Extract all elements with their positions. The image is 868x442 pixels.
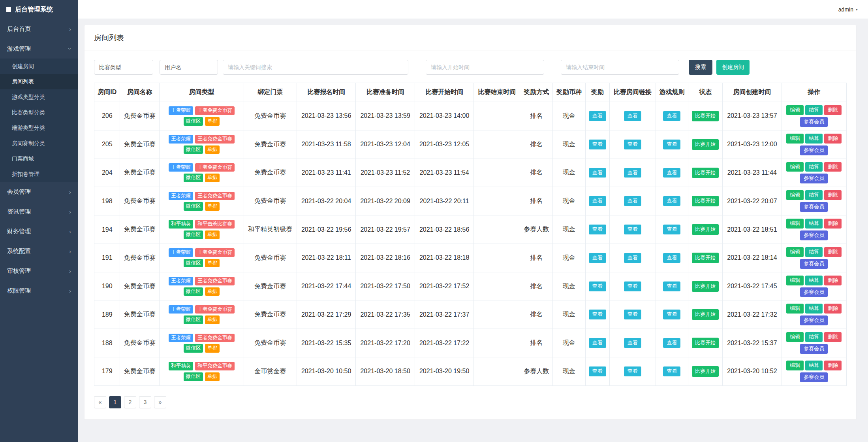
members-button[interactable]: 参赛会员 bbox=[800, 287, 828, 297]
sidebar-item[interactable]: 审核管理› bbox=[0, 261, 78, 281]
members-button[interactable]: 参赛会员 bbox=[800, 230, 828, 240]
keyword-input[interactable] bbox=[223, 60, 408, 75]
settle-button[interactable]: 结算 bbox=[805, 332, 823, 342]
game-rules-view-button[interactable]: 查看 bbox=[663, 225, 680, 234]
sidebar-subitem[interactable]: 端游类型分类 bbox=[0, 120, 78, 136]
delete-button[interactable]: 删除 bbox=[824, 304, 842, 314]
sidebar-item[interactable]: 财务管理› bbox=[0, 221, 78, 241]
sidebar-item[interactable]: 权限管理› bbox=[0, 281, 78, 300]
members-button[interactable]: 参赛会员 bbox=[800, 344, 828, 354]
status-badge[interactable]: 比赛开始 bbox=[692, 366, 719, 377]
members-button[interactable]: 参赛会员 bbox=[800, 315, 828, 325]
settle-button[interactable]: 结算 bbox=[805, 219, 823, 229]
settle-button[interactable]: 结算 bbox=[805, 134, 823, 144]
sidebar-item[interactable]: 后台首页› bbox=[0, 19, 78, 39]
create-room-button[interactable]: 创建房间 bbox=[716, 60, 750, 75]
search-button[interactable]: 搜索 bbox=[689, 60, 712, 75]
reward-view-button[interactable]: 查看 bbox=[589, 310, 606, 319]
delete-button[interactable]: 删除 bbox=[824, 134, 842, 144]
end-time-input[interactable] bbox=[561, 60, 679, 75]
room-link-view-button[interactable]: 查看 bbox=[624, 281, 641, 291]
edit-button[interactable]: 编辑 bbox=[786, 219, 804, 229]
match-type-select[interactable]: 比赛类型 bbox=[94, 60, 153, 75]
edit-button[interactable]: 编辑 bbox=[786, 361, 804, 370]
pagination-prev[interactable]: « bbox=[94, 396, 106, 408]
members-button[interactable]: 参赛会员 bbox=[800, 117, 828, 127]
edit-button[interactable]: 编辑 bbox=[786, 190, 804, 200]
reward-view-button[interactable]: 查看 bbox=[589, 281, 606, 291]
game-rules-view-button[interactable]: 查看 bbox=[663, 281, 680, 291]
pagination-page-1[interactable]: 1 bbox=[109, 396, 121, 408]
settle-button[interactable]: 结算 bbox=[805, 304, 823, 314]
username-select[interactable]: 用户名 bbox=[160, 60, 218, 75]
delete-button[interactable]: 删除 bbox=[824, 361, 842, 370]
edit-button[interactable]: 编辑 bbox=[786, 332, 804, 342]
delete-button[interactable]: 删除 bbox=[824, 190, 842, 200]
room-link-view-button[interactable]: 查看 bbox=[624, 196, 641, 206]
settle-button[interactable]: 结算 bbox=[805, 276, 823, 285]
status-badge[interactable]: 比赛开始 bbox=[692, 196, 719, 206]
edit-button[interactable]: 编辑 bbox=[786, 304, 804, 314]
sidebar-item[interactable]: 会员管理› bbox=[0, 182, 78, 202]
delete-button[interactable]: 删除 bbox=[824, 105, 842, 115]
room-link-view-button[interactable]: 查看 bbox=[624, 225, 641, 234]
room-link-view-button[interactable]: 查看 bbox=[624, 140, 641, 149]
game-rules-view-button[interactable]: 查看 bbox=[663, 253, 680, 263]
reward-view-button[interactable]: 查看 bbox=[589, 225, 606, 234]
room-link-view-button[interactable]: 查看 bbox=[624, 111, 641, 121]
reward-view-button[interactable]: 查看 bbox=[589, 366, 606, 376]
delete-button[interactable]: 删除 bbox=[824, 332, 842, 342]
pagination-page-2[interactable]: 2 bbox=[124, 396, 136, 408]
edit-button[interactable]: 编辑 bbox=[786, 105, 804, 115]
status-badge[interactable]: 比赛开始 bbox=[692, 309, 719, 320]
user-menu[interactable]: admin ▾ bbox=[838, 6, 858, 13]
settle-button[interactable]: 结算 bbox=[805, 190, 823, 200]
edit-button[interactable]: 编辑 bbox=[786, 276, 804, 285]
settle-button[interactable]: 结算 bbox=[805, 247, 823, 257]
edit-button[interactable]: 编辑 bbox=[786, 134, 804, 144]
members-button[interactable]: 参赛会员 bbox=[800, 372, 828, 382]
game-rules-view-button[interactable]: 查看 bbox=[663, 168, 680, 178]
reward-view-button[interactable]: 查看 bbox=[589, 111, 606, 121]
sidebar-item[interactable]: 资讯管理› bbox=[0, 202, 78, 221]
start-time-input[interactable] bbox=[426, 60, 544, 75]
delete-button[interactable]: 删除 bbox=[824, 162, 842, 172]
sidebar-subitem[interactable]: 创建房间 bbox=[0, 59, 78, 74]
delete-button[interactable]: 删除 bbox=[824, 247, 842, 257]
reward-view-button[interactable]: 查看 bbox=[589, 140, 606, 149]
status-badge[interactable]: 比赛开始 bbox=[692, 253, 719, 263]
members-button[interactable]: 参赛会员 bbox=[800, 259, 828, 269]
sidebar-item[interactable]: 系统配置› bbox=[0, 241, 78, 261]
room-link-view-button[interactable]: 查看 bbox=[624, 253, 641, 263]
settle-button[interactable]: 结算 bbox=[805, 105, 823, 115]
room-link-view-button[interactable]: 查看 bbox=[624, 366, 641, 376]
settle-button[interactable]: 结算 bbox=[805, 361, 823, 370]
status-badge[interactable]: 比赛开始 bbox=[692, 168, 719, 178]
reward-view-button[interactable]: 查看 bbox=[589, 253, 606, 263]
edit-button[interactable]: 编辑 bbox=[786, 162, 804, 172]
game-rules-view-button[interactable]: 查看 bbox=[663, 338, 680, 348]
edit-button[interactable]: 编辑 bbox=[786, 247, 804, 257]
reward-view-button[interactable]: 查看 bbox=[589, 196, 606, 206]
pagination-page-3[interactable]: 3 bbox=[139, 396, 151, 408]
reward-view-button[interactable]: 查看 bbox=[589, 338, 606, 348]
game-rules-view-button[interactable]: 查看 bbox=[663, 196, 680, 206]
room-link-view-button[interactable]: 查看 bbox=[624, 168, 641, 178]
status-badge[interactable]: 比赛开始 bbox=[692, 224, 719, 235]
delete-button[interactable]: 删除 bbox=[824, 276, 842, 285]
game-rules-view-button[interactable]: 查看 bbox=[663, 111, 680, 121]
game-rules-view-button[interactable]: 查看 bbox=[663, 140, 680, 149]
sidebar-subitem[interactable]: 房间列表 bbox=[0, 74, 78, 89]
sidebar-subitem[interactable]: 门票商城 bbox=[0, 151, 78, 166]
game-rules-view-button[interactable]: 查看 bbox=[663, 366, 680, 376]
delete-button[interactable]: 删除 bbox=[824, 219, 842, 229]
status-badge[interactable]: 比赛开始 bbox=[692, 281, 719, 292]
sidebar-item[interactable]: 游戏管理› bbox=[0, 39, 78, 59]
status-badge[interactable]: 比赛开始 bbox=[692, 338, 719, 348]
sidebar-subitem[interactable]: 比赛类型分类 bbox=[0, 105, 78, 120]
members-button[interactable]: 参赛会员 bbox=[800, 202, 828, 212]
game-rules-view-button[interactable]: 查看 bbox=[663, 310, 680, 319]
members-button[interactable]: 参赛会员 bbox=[800, 145, 828, 155]
settle-button[interactable]: 结算 bbox=[805, 162, 823, 172]
status-badge[interactable]: 比赛开始 bbox=[692, 111, 719, 121]
